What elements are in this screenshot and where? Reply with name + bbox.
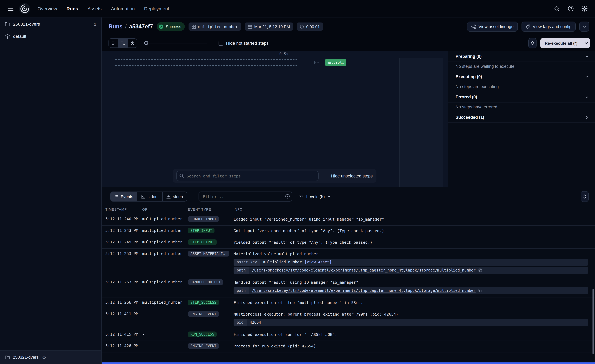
gridline-0-5s	[284, 58, 284, 187]
calendar-icon	[248, 25, 252, 28]
gantt-chart[interactable]: 0.5s multiplied_number	[102, 51, 448, 187]
panel-section-body: No steps have errored	[448, 103, 595, 112]
run-actions-chevron-button[interactable]	[579, 21, 589, 32]
view-tags-config-button[interactable]: View tags and config	[521, 21, 576, 32]
event-timestamp: 5:12:11.240 PM	[105, 216, 142, 221]
timing-view-button[interactable]	[128, 39, 137, 48]
hide-unselected-toggle[interactable]: Hide unselected steps	[324, 174, 373, 178]
event-timestamp: 5:12:11.426 PM	[105, 343, 142, 348]
path-link[interactable]: /Users/smackesey/stm/code/elementl/exper…	[252, 268, 476, 273]
event-row[interactable]: 5:12:11.249 PMmultiplied_numberSTEP_OUTP…	[102, 237, 595, 249]
sidebar-repo-label: 250321-dvers	[13, 21, 40, 27]
event-row[interactable]: 5:12:11.243 PMmultiplied_numberSTEP_INPU…	[102, 226, 595, 237]
panel-section-succeeded[interactable]: Succeeded (1)	[448, 112, 595, 123]
log-expand-button[interactable]	[581, 191, 589, 202]
hide-not-started-checkbox[interactable]	[219, 41, 223, 45]
sidebar-item-default[interactable]: default	[0, 31, 101, 42]
asset-tag: multiplied_number	[189, 22, 241, 31]
event-info: Multiprocess executor: parent process ex…	[234, 311, 588, 327]
gantt-right-column	[399, 58, 443, 187]
flat-view-button[interactable]	[109, 39, 118, 48]
gantt-dependency-connector	[315, 62, 319, 63]
hide-not-started-toggle[interactable]: Hide not started steps	[219, 41, 269, 46]
panel-section-executing[interactable]: Executing (0)	[448, 71, 595, 82]
scrollbar-thumb[interactable]	[593, 289, 594, 354]
event-info-text: Process for run exited (pid: 42654).	[234, 343, 588, 348]
panel-section-errored[interactable]: Errored (0)	[448, 92, 595, 103]
log-filter-input[interactable]	[199, 191, 292, 202]
panel-section-preparing[interactable]: Preparing (0)	[448, 51, 595, 62]
reexecute-all-button[interactable]: Re-execute all (*)	[540, 38, 582, 48]
search-icon	[179, 173, 184, 178]
event-row[interactable]: 5:12:11.415 PM-RUN_SUCCESSFinished execu…	[102, 329, 595, 341]
gantt-expand-collapse-button[interactable]	[528, 38, 537, 49]
metadata-row: asset_keymultiplied_number[View Asset]	[234, 259, 588, 266]
waterfall-view-button[interactable]	[118, 39, 128, 48]
event-info-text: Got input "versioned_number" of type "An…	[234, 228, 588, 233]
copy-icon[interactable]	[478, 289, 482, 293]
view-asset-link[interactable]: [View Asset]	[305, 260, 332, 264]
refresh-icon[interactable]: ⟳	[42, 355, 46, 360]
step-search-input[interactable]	[176, 171, 319, 181]
asset-grid-icon	[192, 25, 196, 28]
event-type-badge: ENGINE_EVENT	[188, 343, 219, 349]
tab-stderr[interactable]: stderr	[162, 192, 187, 201]
hamburger-menu-icon[interactable]	[5, 3, 16, 14]
event-row[interactable]: 5:12:11.266 PMmultiplied_numberSTEP_SUCC…	[102, 297, 595, 309]
nav-link-assets[interactable]: Assets	[88, 6, 102, 11]
copy-icon[interactable]	[478, 268, 482, 272]
tab-events[interactable]: Events	[111, 192, 137, 201]
event-type-badge: STEP_INPUT	[188, 228, 215, 233]
breadcrumb-separator: /	[125, 23, 127, 30]
dagster-logo[interactable]	[19, 3, 31, 14]
log-tabs: Events stdout stderr	[110, 191, 187, 202]
ruler-tick-label: 0.5s	[279, 52, 288, 56]
event-info-text: Handled output "result" using IO manager…	[234, 279, 588, 285]
metadata-row: pid42654	[234, 319, 588, 326]
metadata-row: path/Users/smackesey/stm/code/elementl/e…	[234, 287, 588, 294]
asset-tag-label: multiplied_number	[198, 24, 238, 29]
view-asset-lineage-button[interactable]: View asset lineage	[467, 21, 518, 32]
nav-link-deployment[interactable]: Deployment	[144, 6, 169, 11]
timer-icon	[300, 25, 304, 28]
help-icon[interactable]	[565, 3, 576, 14]
sidebar-footer[interactable]: 250321-dvers ⟳	[0, 350, 101, 364]
zoom-slider[interactable]	[144, 41, 207, 46]
duration-tag: 0:00:01	[297, 22, 323, 31]
log-filter	[199, 191, 292, 202]
event-row[interactable]: 5:12:11.240 PMmultiplied_numberLOADED_IN…	[102, 214, 595, 226]
event-row[interactable]: 5:12:11.253 PMmultiplied_numberASSET_MAT…	[102, 249, 595, 277]
event-op: multiplied_number	[142, 216, 188, 221]
gantt-time-ruler: 0.5s	[102, 51, 448, 58]
event-rows: 5:12:11.240 PMmultiplied_numberLOADED_IN…	[102, 214, 595, 352]
nav-link-overview[interactable]: Overview	[37, 6, 57, 11]
event-info: Handled output "result" using IO manager…	[234, 279, 588, 295]
event-timestamp: 5:12:11.266 PM	[105, 300, 142, 305]
event-row[interactable]: 5:12:11.411 PM-ENGINE_EVENTMultiprocess …	[102, 309, 595, 329]
slider-knob[interactable]	[144, 41, 148, 45]
settings-gear-icon[interactable]	[579, 3, 590, 14]
event-op: multiplied_number	[142, 300, 188, 305]
levels-dropdown[interactable]: Levels (5)	[299, 194, 331, 199]
search-icon[interactable]	[551, 3, 562, 14]
column-event-type: EVENT TYPE	[188, 207, 234, 211]
bottom-scroll-strip[interactable]	[102, 363, 595, 364]
tab-stdout[interactable]: stdout	[137, 192, 163, 201]
path-link[interactable]: /Users/smackesey/stm/code/elementl/exper…	[252, 288, 476, 293]
reexecute-dropdown-button[interactable]	[582, 38, 590, 48]
event-row[interactable]: 5:12:11.263 PMmultiplied_numberHANDLED_O…	[102, 277, 595, 297]
event-type-badge: ENGINE_EVENT	[188, 311, 219, 317]
metadata-value-text: 42654	[250, 320, 261, 325]
nav-link-runs[interactable]: Runs	[66, 6, 78, 11]
sidebar-repo-row[interactable]: 250321-dvers 1	[0, 17, 101, 31]
event-row[interactable]: 5:12:11.426 PM-ENGINE_EVENTProcess for r…	[102, 341, 595, 352]
warning-icon	[166, 195, 171, 199]
breadcrumb-runs-link[interactable]: Runs	[108, 23, 123, 30]
hide-unselected-checkbox[interactable]	[324, 174, 328, 178]
gantt-step-bar[interactable]: multiplied_number	[325, 59, 346, 66]
clear-filter-icon[interactable]	[285, 194, 290, 199]
tab-stdout-label: stdout	[148, 194, 159, 199]
folder-icon	[5, 22, 10, 26]
nav-link-automation[interactable]: Automation	[111, 6, 135, 11]
event-timestamp: 5:12:11.411 PM	[105, 311, 142, 316]
